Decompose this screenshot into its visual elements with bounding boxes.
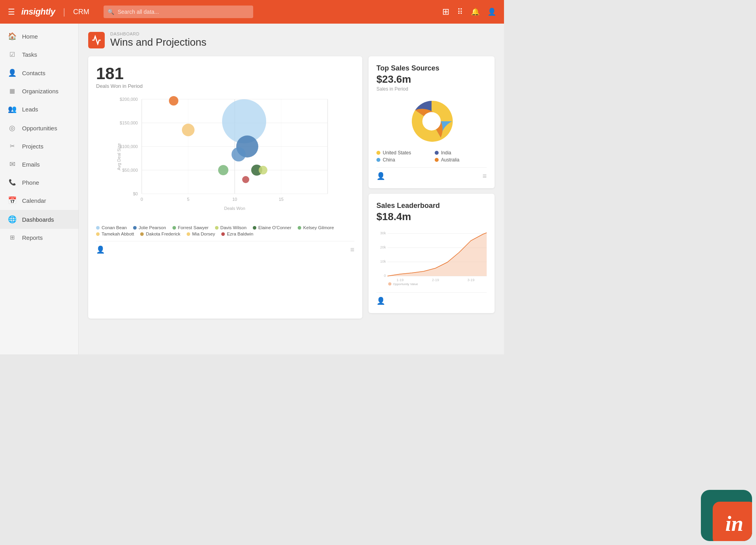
svg-text:3-19: 3-19 <box>467 278 474 282</box>
sidebar-item-tasks[interactable]: ☑ Tasks <box>0 46 78 63</box>
svg-text:Deals Won: Deals Won <box>224 206 245 211</box>
sidebar-label-emails: Emails <box>22 161 40 168</box>
main-content: DASHBOARD Wins and Projections 181 Deals… <box>79 24 504 354</box>
search-icon: 🔍 <box>107 9 114 15</box>
sidebar-item-emails[interactable]: ✉ Emails <box>0 155 78 174</box>
top-navigation: ☰ insightly | CRM 🔍 ⊞ ⠿ 🔔 👤 <box>0 0 504 24</box>
legend-dot-us <box>376 151 380 155</box>
svg-point-30 <box>422 112 441 131</box>
leaderboard-title: Sales Leaderboard <box>376 202 487 210</box>
svg-text:Opportunity Value: Opportunity Value <box>393 282 418 286</box>
svg-text:5: 5 <box>187 197 189 202</box>
search-input[interactable] <box>104 6 253 18</box>
deals-won-stat: 181 <box>96 64 354 83</box>
legend-label-tamekah: Tamekah Abbott <box>102 232 134 236</box>
svg-text:0: 0 <box>141 197 143 202</box>
leaderboard-person-icon[interactable]: 👤 <box>376 297 385 305</box>
pie-chart-container <box>376 96 487 147</box>
search-bar[interactable]: 🔍 <box>104 6 253 18</box>
list-icon[interactable]: ≡ <box>350 246 354 254</box>
legend-dot-ezra <box>221 232 225 236</box>
sidebar-item-opportunities[interactable]: ◎ Opportunities <box>0 119 78 137</box>
projects-icon: ✂ <box>8 143 17 150</box>
legend-dot-china <box>376 158 380 162</box>
sidebar-item-contacts[interactable]: 👤 Contacts <box>0 63 78 82</box>
sidebar-label-tasks: Tasks <box>22 51 37 58</box>
legend-item-us: United States <box>376 150 428 156</box>
user-icon[interactable]: 👤 <box>487 7 496 16</box>
legend-label-australia: Australia <box>441 157 460 163</box>
legend-item-conan: Conan Bean <box>96 225 127 230</box>
sidebar-item-dashboards[interactable]: 🌐 Dashboards <box>0 210 78 229</box>
svg-text:2-19: 2-19 <box>432 278 439 282</box>
legend-label-ezra: Ezra Baldwin <box>227 232 253 236</box>
grid-icon[interactable]: ⠿ <box>457 7 463 17</box>
legend-label-elaine: Elaine O'Conner <box>258 225 291 230</box>
reports-icon: ⊞ <box>8 234 17 241</box>
dashboard-breadcrumb: DASHBOARD <box>110 32 206 36</box>
svg-text:15: 15 <box>279 197 284 202</box>
legend-dot-forrest <box>172 226 176 230</box>
dashboard-title-wrap: DASHBOARD Wins and Projections <box>110 32 206 48</box>
svg-text:10: 10 <box>232 197 237 202</box>
sidebar-item-reports[interactable]: ⊞ Reports <box>0 229 78 246</box>
svg-text:$0: $0 <box>133 191 138 196</box>
nav-actions: ⊞ ⠿ 🔔 👤 <box>442 7 496 17</box>
svg-text:$150,000: $150,000 <box>120 120 138 125</box>
side-cards: Top Sales Sources $23.6m Sales in Period <box>369 56 495 319</box>
organizations-icon: ▦ <box>8 87 17 95</box>
sidebar-item-calendar[interactable]: 📅 Calendar <box>0 191 78 210</box>
add-button[interactable]: ⊞ <box>442 7 449 17</box>
emails-icon: ✉ <box>8 160 17 169</box>
opportunities-icon: ◎ <box>8 124 17 132</box>
legend-label-china: China <box>383 157 395 163</box>
legend-item-davis: Davis Wilson <box>215 225 246 230</box>
person-icon[interactable]: 👤 <box>96 245 105 254</box>
sidebar-label-organizations: Organizations <box>22 88 59 95</box>
legend-label-conan: Conan Bean <box>102 225 127 230</box>
notification-icon[interactable]: 🔔 <box>471 7 480 16</box>
top-sales-amount: $23.6m <box>376 73 487 85</box>
sidebar-label-reports: Reports <box>22 234 43 241</box>
sidebar-label-calendar: Calendar <box>22 197 46 204</box>
legend-item-tamekah: Tamekah Abbott <box>96 232 134 236</box>
legend-item-australia: Australia <box>435 157 487 163</box>
hamburger-menu[interactable]: ☰ <box>8 7 15 17</box>
svg-text:30k: 30k <box>380 231 386 235</box>
phone-icon: 📞 <box>8 179 17 186</box>
legend-label-us: United States <box>383 150 411 156</box>
legend-label-mia: Mia Dorsey <box>192 232 215 236</box>
dashboard-header: DASHBOARD Wins and Projections <box>88 32 495 48</box>
legend-item-china: China <box>376 157 428 163</box>
legend-dot-tamekah <box>96 232 100 236</box>
leaderboard-amount: $18.4m <box>376 211 487 223</box>
home-icon: 🏠 <box>8 32 17 41</box>
calendar-icon: 📅 <box>8 196 17 205</box>
contacts-icon: 👤 <box>8 69 17 77</box>
legend-label-forrest: Forrest Sawyer <box>178 225 209 230</box>
sidebar-label-dashboards: Dashboards <box>22 216 54 223</box>
sidebar-item-organizations[interactable]: ▦ Organizations <box>0 82 78 100</box>
svg-point-24 <box>218 165 228 175</box>
legend-dot-australia <box>435 158 439 162</box>
legend-item-forrest: Forrest Sawyer <box>172 225 209 230</box>
svg-point-22 <box>182 124 195 136</box>
pie-list-icon[interactable]: ≡ <box>482 172 487 180</box>
pie-person-icon[interactable]: 👤 <box>376 172 385 180</box>
sidebar-item-phone[interactable]: 📞 Phone <box>0 174 78 191</box>
svg-point-43 <box>388 282 391 285</box>
sidebar-label-projects: Projects <box>22 143 43 150</box>
svg-text:$100,000: $100,000 <box>120 144 138 149</box>
svg-text:1-19: 1-19 <box>397 278 404 282</box>
legend-label-kelsey: Kelsey Gilmore <box>303 225 334 230</box>
sidebar-item-projects[interactable]: ✂ Projects <box>0 137 78 155</box>
sidebar-item-leads[interactable]: 👥 Leads <box>0 100 78 119</box>
legend-item-mia: Mia Dorsey <box>187 232 215 236</box>
sidebar-item-home[interactable]: 🏠 Home <box>0 27 78 46</box>
main-layout: 🏠 Home ☑ Tasks 👤 Contacts ▦ Organization… <box>0 24 504 354</box>
legend-item-india: India <box>435 150 487 156</box>
cards-row: 181 Deals Won in Period $200,000 $150,00… <box>88 56 495 319</box>
legend-dot-dakota <box>140 232 144 236</box>
svg-point-21 <box>169 96 178 106</box>
svg-point-29 <box>242 176 249 183</box>
